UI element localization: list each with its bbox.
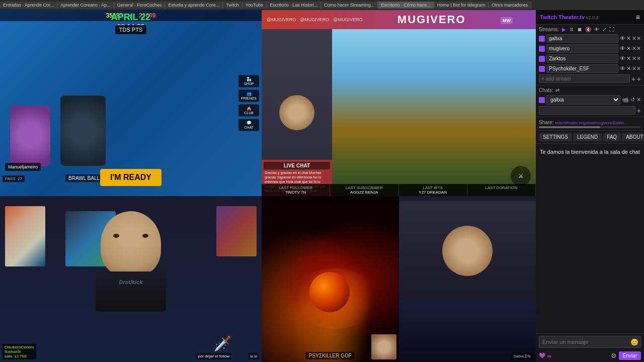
chat-icon[interactable]: 💬CHAT: [238, 119, 259, 131]
tab-10[interactable]: Home | Bot for telegram: [434, 2, 489, 9]
right-sidebar: Twitch Theater.tv v2.0.3 ≡ Streams: ▶ ⏸ …: [536, 10, 644, 362]
tab-7[interactable]: Escritorio · Las Histori...: [267, 2, 321, 9]
mugivero-title: MUGIVERO: [397, 13, 466, 26]
share-scrollbar[interactable]: [539, 126, 641, 128]
chat-close-icon[interactable]: ✕: [636, 97, 641, 103]
chat-add-icon[interactable]: +: [637, 107, 641, 115]
chat-input-area: 😊: [536, 333, 644, 350]
brawlstars-tds-pts-area: TDS PTS: [0, 25, 262, 34]
stream-eye-icon-psychokiller[interactable]: 👁: [620, 65, 625, 72]
stream-icons-galtxa: 👁 ✕ ✕✕: [620, 35, 641, 42]
emoji-icon[interactable]: 😊: [630, 338, 638, 346]
stream-name-input-galtxa[interactable]: [546, 34, 618, 43]
pass-label: PASS 27: [3, 175, 25, 182]
shop-icon[interactable]: 🏪SHOP: [238, 75, 259, 87]
stream-brawlstars[interactable]: 35083 ⚡ 26639 APRIL 22 23:14:35 TDS PTS: [0, 10, 262, 196]
cam2-face: [442, 226, 493, 276]
stream-mugivero[interactable]: @MUGIVERO @MUGIVERO @MUGIVERO MUGIVERO M…: [262, 10, 536, 196]
streams-label: Streams: ▶ ⏸ ⏹ 🔇 👁 ⤢ ⛶: [539, 27, 641, 32]
stream-bottom-right-split: PSYΣKILLER GOF Galtxa ǁ Te: [262, 196, 536, 362]
friends-icon[interactable]: 👥FRIENDS: [238, 90, 259, 102]
tab-8[interactable]: Como hacer Streaming...: [321, 2, 378, 9]
stream-close-icon-galtxa[interactable]: ✕: [626, 35, 631, 42]
chat-message-input[interactable]: [539, 336, 641, 348]
im-ready-button[interactable]: I'M READY: [100, 169, 162, 186]
pause-icon[interactable]: ⏸: [569, 27, 574, 32]
chats-section: Chats: ⇌ galtxa mugivero Zarktos PSychok…: [536, 85, 644, 117]
stream-checkbox-zarktos[interactable]: [539, 56, 545, 62]
eye-icon[interactable]: 👁: [594, 27, 599, 32]
tab-4[interactable]: Estudia y aprende Core...: [165, 2, 223, 9]
stream-entry-galtxa: 👁 ✕ ✕✕: [539, 34, 641, 43]
add-stream-plus-icon[interactable]: +: [631, 75, 635, 83]
about-button[interactable]: ABOUT: [622, 133, 644, 141]
chat-refresh-icon[interactable]: ↺: [630, 97, 635, 103]
stream-remove-icon-galtxa[interactable]: ✕✕: [632, 35, 641, 42]
stream-remove-icon-zarktos[interactable]: ✕✕: [632, 55, 641, 62]
stat-subscriber-label: LAST SUBSCRIBER: [333, 186, 395, 190]
stop-icon[interactable]: ⏹: [577, 27, 582, 32]
stat-follower-name: 7INOTV: [285, 190, 300, 195]
chat-text-input[interactable]: [539, 106, 635, 115]
chat-checkbox-galtxa[interactable]: [539, 97, 545, 103]
stream-drotkick[interactable]: Drot/kick 🗡️ ClauberoCeneroflushon5isala…: [0, 196, 262, 362]
stream-close-icon-mugivero[interactable]: ✕: [626, 45, 631, 52]
chat-video-icon[interactable]: 📹: [622, 97, 629, 103]
stream-close-icon-zarktos[interactable]: ✕: [626, 55, 631, 62]
stream-checkbox-galtxa[interactable]: [539, 36, 545, 42]
tab-9[interactable]: Escritorio · Cómo hace...: [378, 2, 434, 9]
stat-last-bits: LAST BITS Y27 DREADAN: [399, 184, 467, 196]
stream-second-cam[interactable]: Galtxa ǁ Te: [399, 196, 536, 362]
tab-3[interactable]: General · ForoCoches: [114, 2, 166, 9]
chat-channel-select[interactable]: galtxa mugivero Zarktos PSychokiller_ESF: [546, 95, 620, 105]
tab-1[interactable]: Entradas · Aprende Cor...: [0, 2, 57, 9]
version-tag: v2.0.3: [586, 15, 599, 20]
stream-entry-psychokiller: 👁 ✕ ✕✕: [539, 64, 641, 73]
heart-row: 💜 ∞: [539, 352, 551, 359]
heart-icon[interactable]: 💜: [539, 352, 546, 359]
stream-name-input-mugivero[interactable]: [546, 44, 618, 53]
stream-remove-icon-psychokiller[interactable]: ✕✕: [632, 65, 641, 72]
tab-6[interactable]: YouTube: [243, 2, 267, 9]
stream-eye-icon-zarktos[interactable]: 👁: [620, 55, 625, 62]
stream-eye-icon-mugivero[interactable]: 👁: [620, 45, 625, 52]
main-wrapper: 35083 ⚡ 26639 APRIL 22 23:14:35 TDS PTS: [0, 10, 644, 362]
mugivero-game: ⚔: [332, 29, 536, 196]
fullscreen-icon[interactable]: ⛶: [609, 27, 614, 32]
add-stream-plus2-icon[interactable]: +: [637, 75, 641, 83]
tab-11[interactable]: Otros marcadores: [489, 2, 531, 9]
brawlball-label: BRAWL BALL: [65, 174, 103, 182]
merge-chats-icon[interactable]: ⇌: [555, 87, 559, 93]
stream-close-icon-psychokiller[interactable]: ✕: [626, 65, 631, 72]
stream-name-input-zarktos[interactable]: [546, 54, 618, 63]
stream-checkbox-mugivero[interactable]: [539, 46, 545, 52]
play-icon[interactable]: ▶: [562, 27, 566, 32]
legend-button[interactable]: LEGEND: [573, 133, 602, 141]
psychokiller-streamer-cam: [371, 334, 396, 359]
pass-text: PASS: [5, 176, 16, 181]
settings-button[interactable]: SETTINGS: [539, 133, 572, 141]
stream-remove-icon-mugivero[interactable]: ✕✕: [632, 45, 641, 52]
chat-settings-icon[interactable]: ⚙: [611, 352, 617, 359]
add-stream-input[interactable]: [539, 74, 630, 83]
tab-2[interactable]: Aprender Coreano · Ap...: [57, 2, 114, 9]
send-button[interactable]: Enviar: [619, 351, 641, 360]
faq-button[interactable]: FAQ: [603, 133, 621, 141]
stream-eye-icon-galtxa[interactable]: 👁: [620, 35, 625, 42]
hamburger-menu-icon[interactable]: ≡: [636, 13, 640, 21]
club-icon[interactable]: 🎪CLUB: [238, 105, 259, 117]
stream-icons-zarktos: 👁 ✕ ✕✕: [620, 55, 641, 62]
pop-icon[interactable]: ⤢: [602, 27, 606, 32]
mute-icon[interactable]: 🔇: [585, 27, 591, 32]
chat-footer: 💜 ∞ ⚙ Enviar: [536, 350, 644, 362]
stream-name-input-psychokiller[interactable]: [546, 64, 618, 73]
share-url[interactable]: twitchtheater.tv/galtxa/mugivero/Zarkto.…: [555, 121, 628, 125]
tab-5[interactable]: Twitch: [223, 2, 243, 9]
stream-checkbox-psychokiller[interactable]: [539, 66, 545, 72]
stream-psychokiller[interactable]: PSYΣKILLER GOF: [262, 196, 399, 362]
chat-messages: Te damos la bienvenida a la sala de chat: [536, 144, 644, 333]
chat-entry-galtxa: galtxa mugivero Zarktos PSychokiller_ESF…: [539, 95, 641, 105]
stream-icons-psychokiller: 👁 ✕ ✕✕: [620, 65, 641, 72]
twitch-theater-logo: Twitch Theater.tv v2.0.3: [540, 14, 599, 20]
stat-bits-label: LAST BITS: [401, 186, 464, 190]
